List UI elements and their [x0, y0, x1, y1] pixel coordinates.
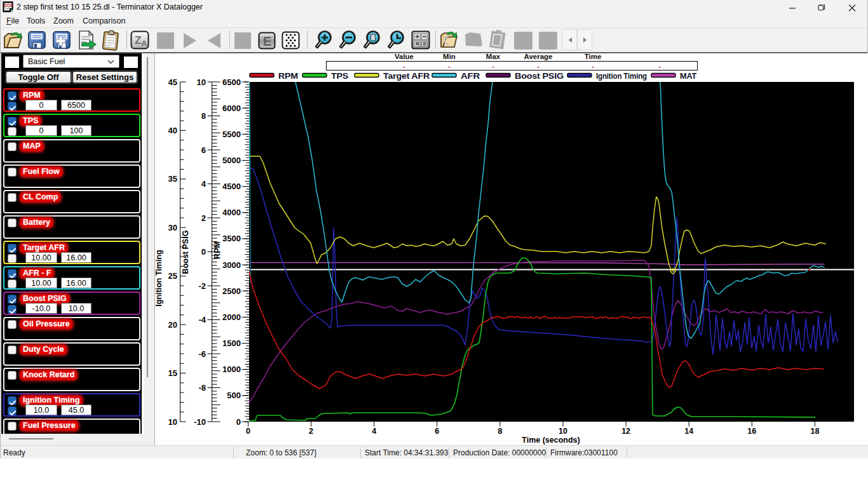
svg-text:A: A: [141, 39, 147, 48]
svg-text:Z: Z: [135, 34, 141, 46]
svg-text:E: E: [263, 34, 271, 48]
